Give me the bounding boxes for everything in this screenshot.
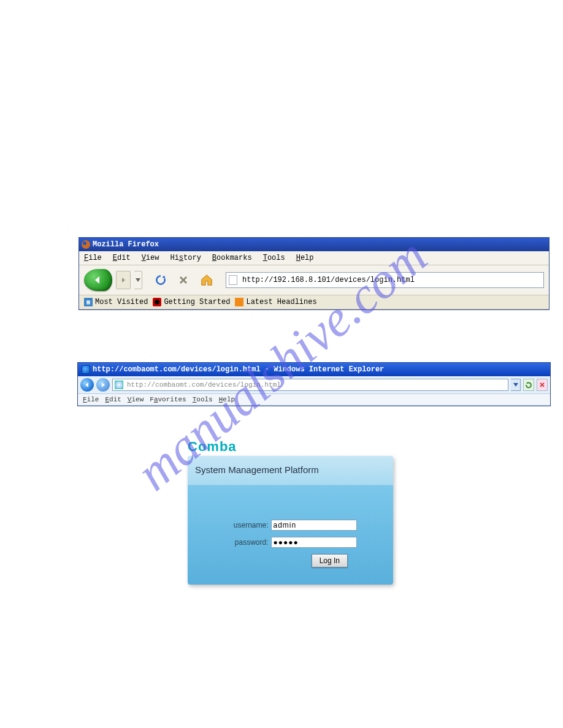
bookmark-latest-headlines-label: Latest Headlines <box>246 298 316 306</box>
firefox-window: Mozilla Firefox File Edit View History B… <box>79 237 550 310</box>
ie-address-input[interactable] <box>126 381 506 389</box>
login-panel: System Management Platform username: pas… <box>188 456 393 585</box>
login-button-row: Log In <box>202 554 378 567</box>
bookmark-most-visited[interactable]: ▦ Most Visited <box>84 298 148 306</box>
ie-window: http://combaomt.com/devices/login.html -… <box>77 362 551 406</box>
rss-icon <box>235 298 243 306</box>
document-page: Mozilla Firefox File Edit View History B… <box>0 0 563 221</box>
menu-edit[interactable]: Edit <box>113 254 131 262</box>
getting-started-icon <box>153 298 161 306</box>
firefox-menubar: File Edit View History Bookmarks Tools H… <box>79 251 549 265</box>
menu-history[interactable]: History <box>170 254 201 262</box>
ie-back-button[interactable] <box>80 378 94 392</box>
firefox-icon <box>82 240 90 249</box>
reload-icon[interactable] <box>155 274 167 286</box>
nav-history-dropdown[interactable] <box>134 271 142 289</box>
ie-refresh-button[interactable] <box>523 379 534 391</box>
bookmark-getting-started-label: Getting Started <box>164 298 230 306</box>
login-body: username: password: Log In <box>188 485 393 585</box>
home-icon[interactable] <box>200 273 213 287</box>
login-area: Comba System Management Platform usernam… <box>188 439 393 585</box>
firefox-address-bar[interactable] <box>226 272 544 288</box>
firefox-toolbar <box>79 265 549 295</box>
ie-menu-view[interactable]: View <box>128 396 144 403</box>
ie-titlebar: http://combaomt.com/devices/login.html -… <box>78 363 550 376</box>
firefox-title-text: Mozilla Firefox <box>93 240 159 249</box>
ie-forward-button[interactable] <box>96 378 110 392</box>
username-input[interactable] <box>271 520 357 531</box>
back-button[interactable] <box>84 269 112 291</box>
ie-menubar: File Edit View Favorites Tools Help <box>78 394 550 406</box>
bookmark-getting-started[interactable]: Getting Started <box>153 298 230 306</box>
ie-address-dropdown[interactable] <box>511 379 521 391</box>
username-label: username: <box>224 521 269 529</box>
ie-icon <box>82 365 90 374</box>
menu-file[interactable]: File <box>84 254 102 262</box>
ie-toolbar <box>78 376 550 394</box>
login-heading: System Management Platform <box>188 456 393 485</box>
ie-menu-edit[interactable]: Edit <box>105 396 121 403</box>
forward-button[interactable] <box>116 271 131 289</box>
ie-menu-tools[interactable]: Tools <box>193 396 213 403</box>
username-row: username: <box>202 520 378 531</box>
comba-logo: Comba <box>188 439 393 455</box>
ie-menu-help[interactable]: Help <box>219 396 235 403</box>
ie-menu-file[interactable]: File <box>83 396 99 403</box>
password-label: password: <box>224 538 269 547</box>
menu-bookmarks[interactable]: Bookmarks <box>212 254 252 262</box>
bookmark-latest-headlines[interactable]: Latest Headlines <box>235 298 316 306</box>
ie-page-icon <box>115 381 123 389</box>
ie-menu-favorites[interactable]: Favorites <box>150 396 186 403</box>
firefox-bookmarks-bar: ▦ Most Visited Getting Started Latest He… <box>79 295 549 309</box>
password-input[interactable] <box>271 537 357 548</box>
menu-view[interactable]: View <box>142 254 159 262</box>
ie-stop-button[interactable] <box>537 379 548 391</box>
bookmark-most-visited-label: Most Visited <box>95 298 148 306</box>
stop-icon[interactable] <box>178 275 189 286</box>
login-button[interactable]: Log In <box>312 554 348 567</box>
firefox-titlebar: Mozilla Firefox <box>79 238 549 251</box>
menu-help[interactable]: Help <box>296 254 314 262</box>
menu-tools[interactable]: Tools <box>263 254 285 262</box>
ie-address-bar[interactable] <box>112 379 508 391</box>
firefox-address-input[interactable] <box>241 275 541 285</box>
page-icon <box>229 275 237 285</box>
most-visited-icon: ▦ <box>84 298 93 306</box>
password-row: password: <box>202 537 378 548</box>
ie-title-text: http://combaomt.com/devices/login.html -… <box>93 365 384 374</box>
